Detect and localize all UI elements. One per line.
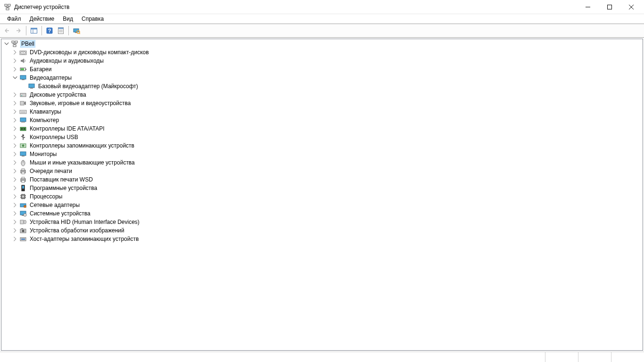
chevron-right-icon[interactable] (12, 159, 18, 166)
menu-view[interactable]: Вид (58, 15, 77, 23)
tree-node-label: Хост-адаптеры запоминающих устройств (29, 236, 140, 242)
tree-node-display-adapters[interactable]: Видеоадаптеры (1, 74, 643, 82)
host-storage-icon (19, 235, 27, 243)
chevron-right-icon[interactable] (12, 108, 18, 115)
tree-node-software-devices[interactable]: Программные устройства (1, 184, 643, 192)
display-icon (19, 74, 27, 82)
chevron-right-icon[interactable] (12, 58, 18, 64)
usb-icon (19, 133, 27, 141)
tree-node-label: Системные устройства (29, 210, 91, 217)
chevron-down-icon[interactable] (3, 41, 10, 47)
tree-node-storage-host-adapters[interactable]: Хост-адаптеры запоминающих устройств (1, 235, 643, 243)
chevron-right-icon[interactable] (12, 134, 18, 140)
status-pane (545, 352, 578, 362)
chevron-right-icon[interactable] (12, 227, 18, 234)
tree-node-storage-controllers[interactable]: Контроллеры запоминающих устройств (1, 141, 643, 150)
tree-node-label: Поставщик печати WSD (29, 176, 94, 183)
tree-node-imaging-devices[interactable]: Устройства обработки изображений (1, 226, 643, 235)
tree-node-label: Аудиовходы и аудиовыходы (29, 58, 105, 64)
network-icon (19, 201, 27, 209)
cpu-icon (19, 193, 27, 200)
chevron-right-icon[interactable] (12, 49, 18, 56)
chevron-right-icon[interactable] (12, 236, 18, 242)
back-button[interactable] (2, 25, 12, 36)
chevron-right-icon[interactable] (12, 100, 18, 107)
keyboard-icon (19, 108, 27, 115)
chevron-right-icon[interactable] (12, 219, 18, 225)
tree-node-computer[interactable]: Компьютер (1, 116, 643, 124)
software-device-icon (19, 184, 27, 192)
chevron-right-icon[interactable] (12, 125, 18, 132)
tree-node-ide-controllers[interactable]: Контроллеры IDE ATA/ATAPI (1, 124, 643, 133)
titlebar: Диспетчер устройств (0, 0, 644, 14)
chevron-right-icon[interactable] (12, 210, 18, 217)
content-area: PBell DVD-дисководы и дисководы компакт-… (1, 39, 643, 351)
window-controls (577, 0, 642, 14)
chevron-right-icon[interactable] (12, 117, 18, 123)
chevron-down-icon[interactable] (12, 74, 18, 81)
forward-button[interactable] (13, 25, 24, 36)
chevron-right-icon[interactable] (12, 202, 18, 208)
menu-file[interactable]: Файл (3, 15, 25, 23)
tree-node-label: Компьютер (29, 117, 60, 123)
chevron-right-icon[interactable] (12, 91, 18, 98)
tree-node-label: Мыши и иные указывающие устройства (29, 159, 136, 166)
tree-node-label: Контроллеры IDE ATA/ATAPI (29, 125, 106, 132)
properties-button[interactable] (56, 25, 66, 36)
menu-help[interactable]: Справка (77, 15, 108, 23)
mouse-icon (19, 159, 27, 166)
help-button[interactable] (44, 25, 55, 36)
sound-icon (19, 99, 27, 107)
tree-node-usb-controllers[interactable]: Контроллеры USB (1, 133, 643, 141)
tree-node-label: Видеоадаптеры (29, 74, 73, 81)
maximize-button[interactable] (599, 0, 620, 14)
tree-node-wsd-print-provider[interactable]: Поставщик печати WSD (1, 175, 643, 184)
computer-icon (19, 116, 27, 124)
tree-node-print-queues[interactable]: Очереди печати (1, 167, 643, 175)
tree-node-label: Сетевые адаптеры (29, 202, 81, 208)
tree-node-dvd[interactable]: DVD-дисководы и дисководы компакт-дисков (1, 48, 643, 57)
tree-node-disk-drives[interactable]: Дисковые устройства (1, 90, 643, 99)
status-pane-main (0, 352, 545, 362)
chevron-right-icon[interactable] (12, 168, 18, 174)
chevron-right-icon[interactable] (12, 151, 18, 157)
scan-hardware-button[interactable] (71, 25, 82, 36)
tree-node-monitors[interactable]: Мониторы (1, 150, 643, 158)
storage-icon (19, 142, 27, 149)
chevron-right-icon[interactable] (12, 66, 18, 73)
tree-node-keyboards[interactable]: Клавиатуры (1, 107, 643, 116)
tree-node-label: Процессоры (29, 193, 64, 200)
tree-node-mice[interactable]: Мыши и иные указывающие устройства (1, 158, 643, 167)
tree-node-system-devices[interactable]: Системные устройства (1, 209, 643, 218)
tree-node-sound-video-game[interactable]: Звуковые, игровые и видеоустройства (1, 99, 643, 107)
tree-node-label: Контроллеры USB (29, 134, 79, 140)
tree-node-batteries[interactable]: Батареи (1, 65, 643, 74)
tree-root[interactable]: PBell (1, 40, 643, 48)
tree-node-basic-display-adapter[interactable]: Базовый видеоадаптер (Майкрософт) (1, 82, 643, 90)
tree-node-audio-io[interactable]: Аудиовходы и аудиовыходы (1, 57, 643, 65)
printer-icon (19, 167, 27, 175)
toolbar-separator (26, 26, 26, 35)
tree-node-label: Устройства обработки изображений (29, 227, 125, 234)
device-manager-window: Диспетчер устройств Файл Действие Вид Сп… (0, 0, 644, 362)
chevron-right-icon[interactable] (12, 176, 18, 183)
menu-action[interactable]: Действие (25, 15, 59, 23)
monitor-icon (19, 150, 27, 158)
tree-node-label: DVD-дисководы и дисководы компакт-дисков (29, 49, 150, 56)
minimize-button[interactable] (577, 0, 599, 14)
tree-node-label: Мониторы (29, 151, 58, 157)
toolbar (0, 24, 644, 38)
tree-node-network-adapters[interactable]: Сетевые адаптеры (1, 201, 643, 209)
chevron-right-icon[interactable] (12, 142, 18, 149)
tree-node-label: Контроллеры запоминающих устройств (29, 142, 135, 149)
tree-node-processors[interactable]: Процессоры (1, 192, 643, 201)
tree-node-hid[interactable]: Устройства HID (Human Interface Devices) (1, 218, 643, 226)
close-button[interactable] (620, 0, 642, 14)
chevron-right-icon[interactable] (12, 193, 18, 200)
tree-node-label: PBell (20, 40, 35, 48)
chevron-right-icon[interactable] (12, 185, 18, 191)
device-tree[interactable]: PBell DVD-дисководы и дисководы компакт-… (1, 39, 643, 350)
battery-icon (19, 66, 27, 73)
show-hide-tree-button[interactable] (29, 25, 39, 36)
tree-node-label: Базовый видеоадаптер (Майкрософт) (37, 83, 139, 90)
